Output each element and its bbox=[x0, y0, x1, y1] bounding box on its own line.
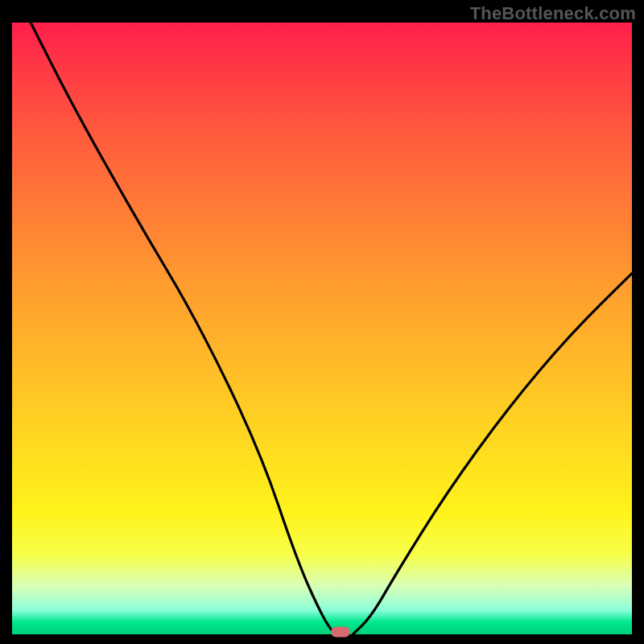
plot-area bbox=[12, 23, 632, 634]
curve-svg bbox=[12, 23, 632, 634]
chart-frame: TheBottleneck.com bbox=[0, 0, 644, 644]
minimum-marker bbox=[331, 627, 350, 638]
watermark-text: TheBottleneck.com bbox=[470, 3, 636, 24]
curve-left bbox=[31, 23, 334, 634]
curve-right bbox=[353, 274, 633, 634]
